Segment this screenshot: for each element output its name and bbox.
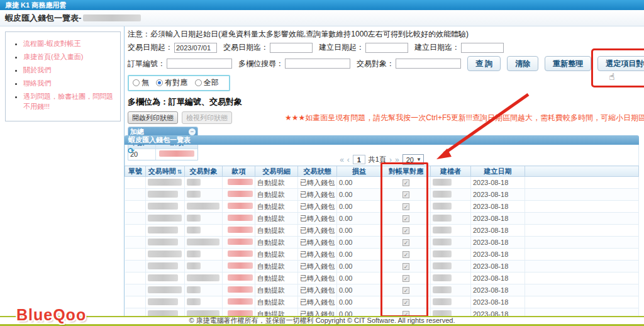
query-button[interactable]: 查 詢 — [467, 56, 501, 71]
sidebar-item-facebook-group[interactable]: 遇到問題，臉書社團，問問題不用錢!!! — [23, 91, 118, 111]
match-filter-radio-group: 無 有對應 全部 — [128, 75, 230, 91]
cell-counterparty — [185, 273, 223, 284]
create-date-to-input[interactable] — [461, 43, 504, 53]
cell-order-no — [125, 225, 146, 237]
radio-matched[interactable]: 有對應 — [156, 78, 187, 87]
cell-order-no — [125, 249, 146, 261]
table-row[interactable]: 自動提款 已轉入錢包 0.00 ✓ 2023-08-18 — [125, 249, 639, 261]
col-statement-match[interactable]: 對帳單對應 — [382, 166, 431, 177]
prev-page-icon[interactable]: ‹ — [347, 155, 350, 164]
cell-create-date: 2023-08-18 — [471, 249, 525, 261]
col-trade-time[interactable]: 交易時間⇅ — [146, 166, 185, 177]
cell-status: 已轉入錢包 — [298, 177, 337, 189]
cell-profit: 0.00 — [337, 296, 382, 308]
redacted-amount — [228, 298, 253, 305]
grid-title-band: 蝦皮匯入錢包一覽表 — [125, 135, 639, 145]
cell-profit: 0.00 — [337, 225, 382, 237]
redacted-time — [148, 215, 182, 222]
table-row[interactable]: 自動提款 已轉入錢包 0.00 ✓ 2023-08-18 — [125, 273, 639, 284]
compare-statement-button[interactable]: 選定項目對帳單比對(依據月份) — [597, 56, 644, 71]
radio-none[interactable]: 無 — [133, 78, 149, 87]
trade-date-to-input[interactable] — [270, 43, 313, 53]
clear-button[interactable]: 清除 — [507, 56, 538, 71]
sidebar-item-home[interactable]: 康捷首頁(登入畫面) — [23, 52, 118, 62]
collapse-icon[interactable]: − — [189, 128, 196, 135]
trade-date-to-label: 交易日期迄： — [223, 42, 269, 53]
counterparty-input[interactable] — [396, 59, 461, 69]
order-no-input[interactable] — [167, 59, 232, 69]
col-create-date[interactable]: 建立日期 — [471, 166, 525, 177]
checkbox-checked-disabled: ✓ — [402, 275, 409, 282]
cell-status: 已轉入錢包 — [298, 213, 337, 225]
cell-trade-time — [146, 261, 185, 273]
page-number-input[interactable]: 1 — [353, 155, 365, 164]
cell-amount — [223, 213, 255, 225]
col-profit[interactable]: 損益 — [337, 166, 382, 177]
col-status[interactable]: 交易狀態 — [298, 166, 337, 177]
col-creator[interactable]: 建檔者 — [431, 166, 471, 177]
table-row[interactable]: 自動提款 已轉入錢包 0.00 ✓ 2023-08-18 — [125, 189, 639, 201]
sidebar-item-about[interactable]: 關於我們 — [23, 65, 118, 75]
first-page-icon[interactable]: « — [340, 155, 344, 164]
radio-all[interactable]: 全部 — [195, 78, 219, 87]
page-title: 蝦皮匯入錢包一覽表- — [5, 13, 81, 24]
cell-order-no — [125, 213, 146, 225]
col-counterparty[interactable]: 交易對象 — [185, 166, 223, 177]
app-title: 康捷 K1 商務應用雲 — [5, 1, 66, 9]
search-filter-row: 訂單編號： 多欄位搜尋： 交易對象： 查 詢 清除 重新整理 選定項目對帳單比對… — [128, 56, 639, 71]
blueqoo-logo[interactable]: BlueQoo — [16, 306, 86, 324]
table-row[interactable]: 自動提款 已轉入錢包 0.00 ✓ 2023-08-18 — [125, 261, 639, 273]
cell-trade-time — [146, 237, 185, 249]
refresh-button[interactable]: 重新整理 — [545, 56, 591, 71]
table-row[interactable]: 自動提款 已轉入錢包 0.00 ✓ 2023-08-18 — [125, 213, 639, 225]
table-row[interactable]: 自動提款 已轉入錢包 0.00 ✓ 2023-08-18 — [125, 284, 639, 296]
cell-order-no — [125, 296, 146, 308]
cell-statement-match: ✓ — [382, 249, 431, 261]
cell-status: 已轉入錢包 — [298, 201, 337, 213]
cell-filler — [525, 201, 639, 213]
cell-trade-time — [146, 225, 185, 237]
last-page-icon[interactable]: » — [395, 155, 399, 164]
table-row[interactable]: 自動提款 已轉入錢包 0.00 ✓ 2023-08-18 — [125, 296, 639, 308]
trade-date-from-input[interactable] — [174, 43, 217, 53]
counterparty-label: 交易對象： — [357, 59, 394, 69]
cell-trade-time — [146, 201, 185, 213]
redacted-counterparty — [187, 298, 201, 305]
create-date-from-input[interactable] — [365, 43, 408, 53]
cell-filler — [525, 237, 639, 249]
cell-trade-time — [146, 213, 185, 225]
cell-order-no — [125, 177, 146, 189]
col-amount[interactable]: 款項 — [223, 166, 255, 177]
open-print-status-button[interactable]: 開啟列印狀態 — [128, 111, 178, 124]
table-row[interactable]: 自動提款 已轉入錢包 0.00 ✓ 2023-08-18 — [125, 177, 639, 189]
cell-amount — [223, 189, 255, 201]
col-order-no[interactable]: 單號 — [125, 166, 146, 177]
cell-detail: 自動提款 — [255, 177, 298, 189]
cell-profit: 0.00 — [337, 261, 382, 273]
col-detail[interactable]: 交易明細 — [255, 166, 298, 177]
cell-statement-match: ✓ — [382, 273, 431, 284]
multi-search-input[interactable] — [285, 59, 350, 69]
page-size-select[interactable]: 20 ▼ — [402, 154, 424, 165]
sidebar-item-contact[interactable]: 聯絡我們 — [23, 78, 118, 88]
redacted-creator — [433, 298, 452, 305]
redacted-creator — [433, 215, 452, 222]
cell-filler — [525, 296, 639, 308]
wallet-table: 單號 交易時間⇅ 交易對象 款項 交易明細 交易狀態 損益 對帳單對應 建檔者 … — [125, 166, 639, 320]
cell-statement-match: ✓ — [382, 213, 431, 225]
cell-filler — [525, 249, 639, 261]
next-page-icon[interactable]: › — [389, 155, 392, 164]
table-row[interactable]: 自動提款 已轉入錢包 0.00 ✓ 2023-08-18 — [125, 225, 639, 237]
sort-icon: ⇅ — [177, 169, 182, 175]
cell-creator — [431, 261, 471, 273]
trade-date-from-label: 交易日期起： — [128, 42, 173, 53]
table-row[interactable]: 自動提款 已轉入錢包 0.00 ✓ 2023-08-18 — [125, 201, 639, 213]
redacted-time — [148, 286, 182, 293]
cell-order-no — [125, 273, 146, 284]
table-row[interactable]: 自動提款 已轉入錢包 0.00 ✓ 2023-08-18 — [125, 237, 639, 249]
cell-profit: 0.00 — [337, 273, 382, 284]
sidebar-item-flowchart[interactable]: 流程圖-蝦皮對帳王 — [23, 38, 118, 48]
redacted-counterparty — [187, 227, 201, 233]
redacted-creator — [433, 179, 452, 186]
cell-detail: 自動提款 — [255, 261, 298, 273]
